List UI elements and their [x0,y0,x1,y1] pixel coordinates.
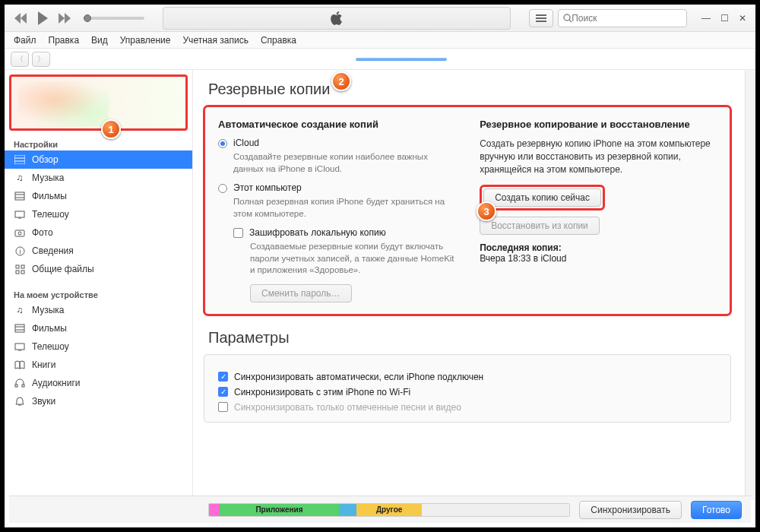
svg-point-0 [564,14,570,21]
search-box[interactable] [558,9,687,27]
svg-rect-10 [15,230,24,236]
sidebar-item-device-music[interactable]: ♫Музыка [5,301,192,319]
checkbox-icon [218,372,228,382]
checkbox-icon [218,402,228,412]
callout-2: 2 [331,71,351,91]
svg-rect-5 [15,192,24,200]
backup-now-button[interactable]: Создать копию сейчас [483,188,601,207]
apps-icon [14,263,26,275]
opt-wifi-sync[interactable]: Синхронизировать с этим iPhone по Wi-Fi [218,387,717,397]
options-title: Параметры [208,329,731,347]
restore-title: Резервное копирование и восстановление [480,119,717,130]
encrypt-label: Зашифровать локальную копию [249,227,386,238]
encrypt-hint: Создаваемые резервные копии будут включа… [250,241,460,277]
next-track-button[interactable] [58,13,71,24]
svg-rect-17 [21,271,24,274]
sync-button[interactable]: Синхронизировать [579,501,682,519]
books-icon [14,359,26,371]
svg-rect-23 [15,385,17,387]
navrow: 〈 〉 [5,49,755,70]
menu-help[interactable]: Справка [261,35,296,46]
volume-slider[interactable] [84,17,144,20]
menu-edit[interactable]: Правка [49,35,80,46]
bottom-bar: Приложения Другое Синхронизировать Готов… [9,496,751,523]
opt-auto-sync[interactable]: Синхронизировать автоматически, если iPh… [218,372,717,382]
sidebar-item-label: Фильмы [32,323,67,334]
sidebar-item-label: Музыка [32,173,64,183]
prev-track-button[interactable] [14,13,27,24]
sidebar-item-movies[interactable]: Фильмы [5,187,192,205]
sidebar-item-label: Обзор [32,154,59,165]
sidebar-item-music[interactable]: ♫Музыка [5,169,192,187]
svg-rect-8 [15,211,24,217]
sidebar-item-device-tvshows[interactable]: Телешоу [5,337,192,356]
backup-group: Автоматическое создание копий iCloud Соз… [204,106,731,315]
opt-checked-only[interactable]: Синхронизировать только отмеченные песни… [218,402,717,413]
menu-account[interactable]: Учетная запись [183,35,249,46]
icloud-hint: Создавайте резервные копии наиболее важн… [233,151,460,175]
music-icon: ♫ [14,172,26,184]
radio-icon [218,184,227,193]
radio-icon [218,139,227,148]
sidebar: 1 Настройки Обзор ♫Музыка Фильмы Телешоу… [5,70,193,500]
restore-hint: Создать резервную копию iPhone на этом к… [480,138,717,176]
minimize-button[interactable]: — [699,13,713,24]
sidebar-item-device-audiobooks[interactable]: Аудиокниги [5,374,192,392]
radio-icloud[interactable]: iCloud [218,138,460,148]
encrypt-checkbox-row[interactable]: Зашифровать локальную копию [233,227,460,238]
storage-seg [209,504,220,516]
sidebar-item-overview[interactable]: Обзор [5,150,192,169]
close-button[interactable]: ✕ [736,13,749,24]
radio-thispc[interactable]: Этот компьютер [218,182,460,193]
apple-logo-icon [331,11,343,25]
tv-icon [14,208,26,220]
sidebar-item-device-tones[interactable]: Звуки [5,392,192,410]
sidebar-item-device-movies[interactable]: Фильмы [5,319,192,337]
options-group: Синхронизировать автоматически, если iPh… [204,354,731,423]
maximize-button[interactable]: ☐ [717,13,731,24]
storage-seg-apps: Приложения [220,504,339,516]
sidebar-item-label: Фото [32,227,53,238]
info-icon: i [14,245,26,257]
menu-file[interactable]: Файл [14,35,36,46]
menu-controls[interactable]: Управление [120,35,171,46]
sidebar-item-device-books[interactable]: Книги [5,356,192,374]
scrollbar[interactable] [745,70,755,500]
svg-rect-16 [16,271,19,274]
nav-back-button[interactable]: 〈 [11,52,29,67]
tv-icon [14,340,26,353]
backup-title: Резервные копии [208,81,731,98]
svg-text:i: i [19,248,21,255]
search-input[interactable] [572,13,682,24]
sidebar-item-label: Музыка [32,305,64,315]
option-label: Синхронизировать автоматически, если iPh… [234,372,483,382]
headphones-icon [14,377,26,389]
sidebar-item-photos[interactable]: Фото [5,223,192,242]
sidebar-section-ondevice: На моем устройстве [5,286,192,301]
storage-bar: Приложения Другое [208,503,570,517]
menubar: Файл Правка Вид Управление Учетная запис… [5,32,755,49]
sidebar-item-info[interactable]: iСведения [5,242,192,260]
sidebar-item-filesharing[interactable]: Общие файлы [5,260,192,278]
storage-seg-other: Другое [356,504,421,516]
storage-seg-free [422,504,569,516]
sidebar-item-label: Звуки [32,396,55,407]
bell-icon [14,395,26,407]
play-button[interactable] [36,11,49,25]
option-label: Синхронизировать только отмеченные песни… [234,402,461,413]
sidebar-item-label: Сведения [32,245,74,256]
menu-view[interactable]: Вид [91,35,108,46]
list-view-button[interactable] [529,9,553,27]
device-card[interactable]: 1 [9,74,188,131]
change-password-button[interactable]: Сменить пароль… [250,284,352,302]
nav-forward-button[interactable]: 〉 [32,52,50,67]
sidebar-item-tvshows[interactable]: Телешоу [5,205,192,223]
checkbox-icon [218,387,228,397]
radio-label: iCloud [233,138,259,148]
done-button[interactable]: Готово [691,501,742,519]
restore-backup-button[interactable]: Восстановить из копии [480,217,600,235]
checkbox-icon [233,228,243,238]
svg-rect-2 [14,155,25,164]
option-label: Синхронизировать с этим iPhone по Wi-Fi [234,387,410,397]
sidebar-item-label: Книги [32,359,55,370]
